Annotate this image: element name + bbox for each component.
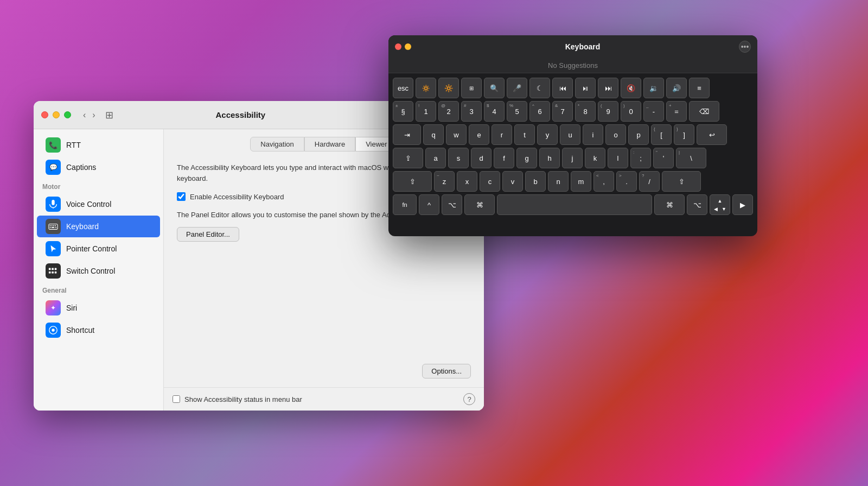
key-semicolon[interactable]: :; [630,148,651,168]
show-status-checkbox[interactable] [173,395,180,403]
key-grave[interactable]: ±§ [393,101,413,122]
kb-more-button[interactable]: ••• [739,41,751,53]
key-x[interactable]: x [457,171,477,192]
key-1[interactable]: !1 [416,101,436,122]
key-7[interactable]: &7 [552,101,573,122]
key-tab[interactable]: ⇥ [393,124,421,145]
key-vol-up[interactable]: 🔊 [666,78,687,98]
key-v[interactable]: v [502,171,523,192]
key-equals[interactable]: += [666,101,687,122]
enable-keyboard-checkbox[interactable] [177,192,186,201]
key-y[interactable]: y [537,124,558,145]
key-2[interactable]: @2 [438,101,459,122]
key-dnd[interactable]: ☾ [529,78,550,98]
key-spacebar[interactable] [497,194,652,215]
key-comma[interactable]: <, [593,171,614,192]
key-brightness-up[interactable]: 🔆 [438,78,459,98]
key-j[interactable]: j [562,148,583,168]
fullscreen-button[interactable] [64,111,71,118]
key-i[interactable]: i [583,124,603,145]
key-dictation[interactable]: 🎤 [507,78,527,98]
options-button[interactable]: Options... [422,364,471,378]
sidebar-item-voice-control[interactable]: Voice Control [37,193,160,215]
key-t[interactable]: t [514,124,535,145]
key-cmd-right[interactable]: ⌘ [654,194,685,215]
key-n[interactable]: n [548,171,569,192]
key-8[interactable]: *8 [575,101,596,122]
key-slash[interactable]: ?/ [639,171,660,192]
tab-navigation[interactable]: Navigation [250,137,304,152]
key-capslock[interactable]: ⇪ [393,148,423,168]
key-rewind[interactable]: ⏮ [552,78,573,98]
key-m[interactable]: m [571,171,591,192]
key-c[interactable]: c [480,171,500,192]
key-u[interactable]: u [560,124,580,145]
key-o[interactable]: o [605,124,626,145]
close-button[interactable] [41,111,48,118]
key-q[interactable]: q [423,124,444,145]
show-status-row: Show Accessibility status in menu bar [173,395,302,403]
sidebar: 📞 RTT 💬 Captions Motor Voice Control [34,129,164,411]
key-w[interactable]: w [446,124,467,145]
key-r[interactable]: r [492,124,512,145]
sidebar-item-switch-control[interactable]: Switch Control [37,260,160,282]
key-backslash[interactable]: |\ [676,148,706,168]
sidebar-item-pointer-control[interactable]: Pointer Control [37,238,160,260]
key-b[interactable]: b [525,171,546,192]
key-play-pause[interactable]: ⏯ [575,78,596,98]
key-minus[interactable]: _- [643,101,664,122]
key-l[interactable]: l [608,148,628,168]
svg-rect-15 [55,272,57,274]
key-menu[interactable]: ≡ [689,78,710,98]
key-shift-right[interactable]: ⇧ [662,171,701,192]
key-quote[interactable]: "' [653,148,674,168]
key-4[interactable]: $4 [484,101,505,122]
key-arrow-right[interactable]: ▶ [732,194,753,215]
sidebar-item-rtt[interactable]: 📞 RTT [37,134,160,156]
key-period[interactable]: >. [616,171,637,192]
key-3[interactable]: #3 [461,101,482,122]
key-a[interactable]: a [425,148,446,168]
key-9[interactable]: (9 [598,101,618,122]
sidebar-item-siri[interactable]: ✦ Siri [37,297,160,319]
key-rbracket[interactable]: }] [674,124,694,145]
key-f[interactable]: f [494,148,514,168]
panel-editor-button[interactable]: Panel Editor... [177,227,239,242]
tab-hardware[interactable]: Hardware [304,137,355,152]
sidebar-item-keyboard[interactable]: Keyboard [37,216,160,237]
key-option-right[interactable]: ⌥ [687,194,707,215]
minimize-button[interactable] [53,111,60,118]
key-spotlight[interactable]: 🔍 [484,78,505,98]
key-e[interactable]: e [469,124,489,145]
key-s[interactable]: s [448,148,469,168]
key-brightness-down[interactable]: 🔅 [416,78,436,98]
key-fn[interactable]: fn [393,194,417,215]
key-mission-control[interactable]: ⊞ [461,78,482,98]
key-backspace[interactable]: ⌫ [689,101,719,122]
key-mute[interactable]: 🔇 [621,78,641,98]
key-p[interactable]: p [628,124,649,145]
sidebar-item-captions[interactable]: 💬 Captions [37,156,160,178]
key-fast-forward[interactable]: ⏭ [598,78,618,98]
key-g[interactable]: g [516,148,537,168]
key-return[interactable]: ↩ [697,124,727,145]
key-0[interactable]: )0 [621,101,641,122]
key-option-left[interactable]: ⌥ [442,194,462,215]
key-cmd-left[interactable]: ⌘ [464,194,495,215]
key-d[interactable]: d [471,148,492,168]
key-esc[interactable]: esc [393,78,413,98]
key-h[interactable]: h [539,148,560,168]
sidebar-item-shortcut[interactable]: Shortcut [37,319,160,341]
key-6[interactable]: ^6 [529,101,550,122]
help-button[interactable]: ? [463,393,475,405]
kb-close-button[interactable] [395,43,401,50]
key-shift-left[interactable]: ⇧ [393,171,432,192]
key-z[interactable]: ~z [434,171,455,192]
kb-minimize-button[interactable] [405,43,411,50]
key-5[interactable]: %5 [507,101,527,122]
key-k[interactable]: k [585,148,605,168]
key-ctrl[interactable]: ^ [419,194,439,215]
key-vol-down[interactable]: 🔉 [643,78,664,98]
key-lbracket[interactable]: {[ [651,124,672,145]
key-arrow-up[interactable]: ▲ ◀ ▼ [710,194,730,215]
